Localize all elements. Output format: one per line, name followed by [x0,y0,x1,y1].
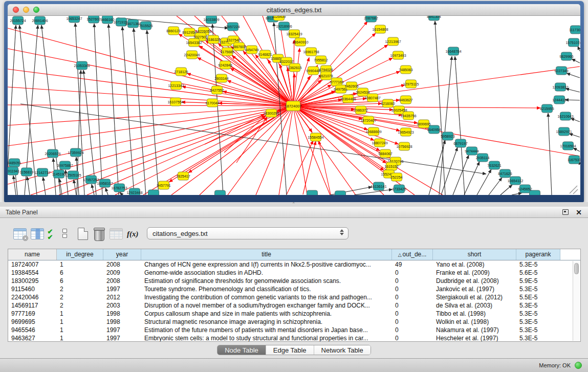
network-node[interactable]: 9485051 [8,159,21,167]
network-node[interactable]: 9463627 [399,96,412,104]
network-edge[interactable] [115,106,293,195]
network-node[interactable]: 20691406 [32,16,48,25]
table-cell[interactable]: 2003 [103,301,141,310]
network-edge[interactable] [92,184,94,195]
table-row[interactable]: 946362711997Embryonic stem cells: a mode… [8,334,580,342]
table-cell[interactable]: Franke et al. (2009) [433,269,516,277]
table-cell[interactable]: 49 [392,260,433,269]
network-edge[interactable] [573,148,580,151]
network-node[interactable]: 1244413 [552,96,566,104]
network-node[interactable]: 9170044 [205,99,219,107]
network-node[interactable]: 2935114 [476,154,490,162]
network-node[interactable]: 1145190 [52,170,66,178]
network-node[interactable]: 7955812 [314,56,328,64]
close-panel-icon[interactable]: ✕ [576,208,582,217]
network-node[interactable]: 3911941 [8,167,19,175]
column-header-out_de[interactable]: △out_de... [392,249,433,260]
network-node[interactable]: 5958923 [441,132,454,140]
network-node[interactable]: 1167533 [568,156,580,164]
network-node[interactable]: 12505185 [65,171,81,179]
network-edge[interactable] [74,180,76,195]
network-node[interactable]: 12975115 [403,80,419,88]
network-node[interactable]: 10807487 [364,94,380,102]
table-cell[interactable]: 6 [57,269,103,277]
network-node[interactable]: 2087682 [364,16,378,22]
table-cell[interactable]: de Silva et al. (2003) [433,301,516,310]
table-cell[interactable]: Nakamura et al. (1997) [433,326,516,334]
network-node[interactable]: 9146821 [258,50,272,58]
row-height-icon[interactable] [62,228,67,239]
table-cell[interactable]: 5.3E-5 [516,326,560,334]
network-node[interactable]: 1621078 [319,72,333,80]
table-row[interactable]: 969969511998Structural magnetic resonanc… [8,318,580,326]
network-node[interactable]: 10973493 [390,51,406,59]
table-cell[interactable]: 2008 [103,260,141,269]
network-node[interactable]: 9474444 [465,147,478,155]
network-node[interactable]: 16210643 [557,112,573,120]
network-node[interactable]: 6216060 [381,99,395,107]
network-node[interactable]: 15584554 [308,133,323,141]
network-edge[interactable] [8,87,293,106]
network-node[interactable]: 15892971 [556,127,572,136]
column-header-short[interactable]: short [433,249,516,260]
network-window-titlebar[interactable]: citations_edges.txt [8,4,580,16]
network-node[interactable]: 21053346 [74,61,90,70]
network-edge[interactable] [455,56,465,195]
network-edge[interactable] [565,100,580,100]
column-header-year[interactable]: year [103,249,141,260]
table-cell[interactable]: 0 [392,310,433,318]
network-node[interactable]: 19435756 [400,112,416,120]
network-node[interactable]: 9990448 [306,67,320,75]
table-cell[interactable]: 0 [392,301,433,310]
table-cell[interactable]: 0 [392,285,433,293]
table-cell[interactable]: Hescheler et al. (1997) [433,334,516,342]
network-node[interactable]: 7825417 [176,172,190,180]
network-edge[interactable] [303,141,316,194]
network-edge[interactable] [120,192,122,195]
select-all-icon[interactable]: ✔✔ [45,229,55,240]
table-cell[interactable]: 9115460 [8,285,57,293]
network-edge[interactable] [293,106,307,195]
table-cell[interactable]: 1 [57,318,103,326]
network-edge[interactable] [565,89,580,92]
network-node[interactable] [530,190,540,195]
table-cell[interactable]: Genome-wide association studies in ADHD. [141,269,392,277]
network-node[interactable]: 8215955 [540,104,554,113]
table-row[interactable]: 1938455462009Genome-wide association stu… [8,269,580,277]
table-cell[interactable]: Disruption of a novel member of a sodium… [141,301,392,310]
network-node[interactable]: 1117304 [569,26,580,34]
network-edge[interactable] [354,189,393,195]
network-node[interactable]: 9227349 [554,67,568,75]
network-node[interactable]: 16958107 [97,179,113,187]
network-edge[interactable] [8,106,293,184]
network-node[interactable]: 7462606 [344,82,358,90]
column-header-title[interactable]: title [141,249,392,260]
network-node[interactable]: 8841304 [427,16,441,20]
scrollbar-thumb[interactable] [574,263,579,274]
table-cell[interactable]: 1997 [103,326,141,334]
table-cell[interactable]: Tourette syndrome. Phenomenology and cla… [141,285,392,293]
table-cell[interactable]: 5.3E-5 [516,285,560,293]
network-node[interactable]: 16107554 [167,98,183,106]
table-cell[interactable]: 2008 [103,277,141,285]
table-cell[interactable]: 0 [392,269,433,277]
table-cell[interactable]: 22420046 [8,293,57,301]
network-node[interactable]: 10756928 [396,142,412,150]
network-node[interactable]: 7632621 [487,161,501,169]
table-cell[interactable]: 2009 [103,269,141,277]
table-cell[interactable]: 1 [57,260,103,269]
network-node[interactable] [148,190,159,195]
table-cell[interactable]: 0 [392,334,433,342]
new-table-icon[interactable] [78,228,88,240]
table-cell[interactable]: Investigating the contribution of common… [141,293,392,301]
network-canvas[interactable]: 2015572420691406106532471527602946616010… [8,16,580,195]
network-node[interactable]: 3175685 [220,48,234,56]
network-edge[interactable] [200,106,293,195]
table-cell[interactable]: 5.3E-5 [516,260,560,269]
network-edge[interactable] [500,185,512,195]
table-row[interactable]: 1830029562008Estimation of significance … [8,277,580,285]
network-node[interactable]: 1733426 [392,185,406,193]
table-cell[interactable]: 5.3E-5 [516,318,560,326]
table-cell[interactable]: Embryonic stem cells: a model to study s… [141,334,392,342]
table-cell[interactable]: 2 [57,285,103,293]
